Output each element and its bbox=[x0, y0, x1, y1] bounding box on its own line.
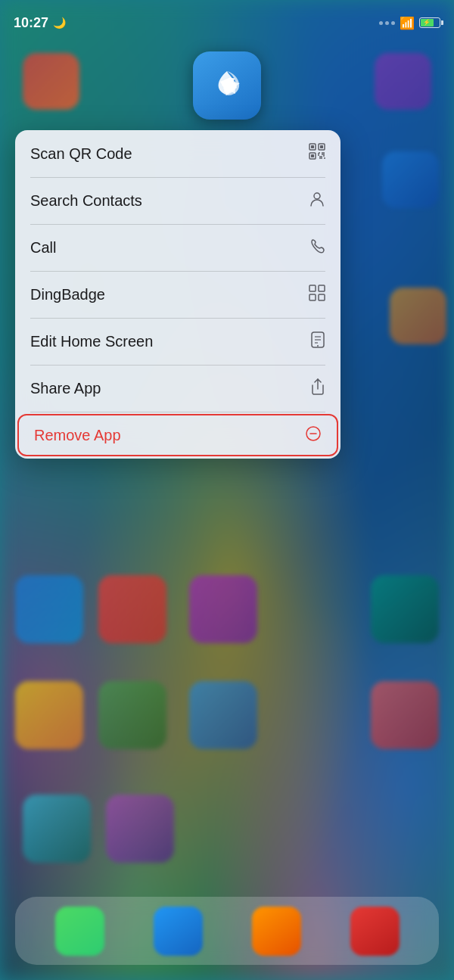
scan-qr-label: Scan QR Code bbox=[30, 145, 132, 163]
dock-icon-2[interactable] bbox=[154, 907, 203, 956]
menu-item-search-contacts[interactable]: Search Contacts bbox=[15, 177, 340, 224]
signal-dot-3 bbox=[391, 21, 395, 25]
menu-item-edit-home-screen[interactable]: Edit Home Screen bbox=[15, 318, 340, 365]
status-time: 10:27 🌙 bbox=[14, 15, 66, 31]
signal-dot-1 bbox=[379, 21, 383, 25]
menu-item-call[interactable]: Call bbox=[15, 224, 340, 271]
battery-indicator: ⚡ bbox=[419, 17, 440, 28]
svg-rect-3 bbox=[320, 145, 323, 148]
svg-rect-15 bbox=[309, 285, 316, 291]
menu-item-scan-qr[interactable]: Scan QR Code bbox=[15, 130, 340, 177]
context-menu: Scan QR Code Search Contacts bbox=[15, 130, 340, 459]
moon-icon: 🌙 bbox=[53, 17, 66, 29]
battery-bolt-icon: ⚡ bbox=[423, 20, 431, 26]
svg-rect-16 bbox=[319, 285, 325, 291]
search-contacts-icon bbox=[309, 191, 325, 211]
wifi-icon: 📶 bbox=[400, 16, 415, 30]
dock-icon-3[interactable] bbox=[252, 907, 301, 956]
svg-point-23 bbox=[317, 345, 319, 347]
dock-icon-1[interactable] bbox=[55, 907, 104, 956]
signal-dot-2 bbox=[385, 21, 389, 25]
call-icon bbox=[309, 238, 325, 258]
svg-rect-17 bbox=[309, 294, 316, 300]
edit-home-screen-label: Edit Home Screen bbox=[30, 333, 153, 350]
edit-home-screen-icon bbox=[310, 331, 325, 352]
dingbadge-label: DingBadge bbox=[30, 286, 105, 303]
svg-rect-1 bbox=[311, 145, 314, 148]
menu-item-remove-app[interactable]: Remove App bbox=[17, 414, 338, 456]
remove-app-label: Remove App bbox=[34, 427, 121, 444]
dingbadge-icon bbox=[309, 285, 325, 305]
search-contacts-label: Search Contacts bbox=[30, 192, 142, 210]
dingtalk-app-icon[interactable] bbox=[193, 51, 261, 120]
call-label: Call bbox=[30, 239, 56, 257]
dock-icon-4[interactable] bbox=[350, 907, 400, 956]
scan-qr-icon bbox=[309, 143, 325, 164]
remove-app-icon bbox=[305, 425, 322, 446]
share-app-label: Share App bbox=[30, 380, 101, 397]
svg-point-14 bbox=[314, 193, 320, 199]
svg-rect-5 bbox=[311, 154, 314, 157]
menu-item-dingbadge[interactable]: DingBadge bbox=[15, 271, 340, 318]
signal-dots bbox=[379, 21, 395, 25]
status-bar: 10:27 🌙 📶 ⚡ bbox=[0, 0, 454, 38]
battery-body: ⚡ bbox=[419, 17, 440, 28]
share-app-icon bbox=[310, 378, 325, 399]
battery-fill: ⚡ bbox=[421, 19, 434, 26]
svg-rect-18 bbox=[319, 294, 325, 300]
time-display: 10:27 bbox=[14, 15, 48, 31]
menu-item-share-app[interactable]: Share App bbox=[15, 365, 340, 412]
dingtalk-logo-svg bbox=[207, 65, 247, 106]
app-icon-container bbox=[193, 51, 261, 120]
status-right: 📶 ⚡ bbox=[379, 16, 440, 30]
dock bbox=[15, 897, 439, 965]
